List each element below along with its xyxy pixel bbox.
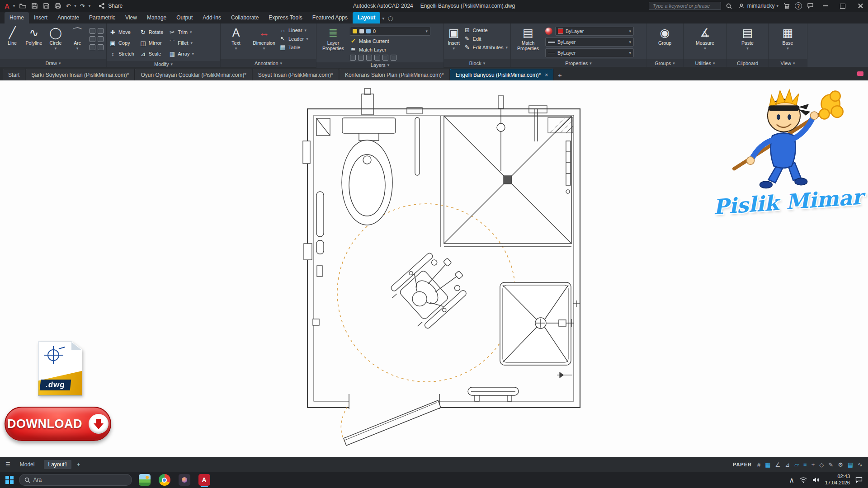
open-folder-icon[interactable] [19, 2, 27, 9]
ribbon-display-toggle-icon[interactable]: ◯ [386, 14, 395, 23]
undo-icon[interactable]: ↶ [66, 3, 71, 9]
paper-space-label[interactable]: PAPER [733, 462, 752, 467]
sink[interactable] [500, 282, 574, 365]
lineweight-display-icon[interactable]: + [811, 461, 815, 468]
new-layout-button[interactable]: + [77, 461, 80, 468]
search-icon[interactable] [725, 2, 733, 9]
workspace-settings-icon[interactable]: ⚙ [838, 461, 843, 468]
line-button[interactable]: ╱ Line [3, 25, 22, 46]
hatch-tool-icon[interactable] [90, 36, 95, 42]
account-menu[interactable]: mimarlucky ▾ [737, 2, 778, 9]
chrome-icon[interactable] [157, 473, 172, 487]
clock[interactable]: 02:43 17.04.2026 [825, 474, 850, 486]
transparency-icon[interactable]: ◇ [819, 461, 824, 468]
insert-block-button[interactable]: ▣ Insert ▾ [447, 25, 461, 51]
tab-drawing-active[interactable]: Engelli Banyosu (PislikMimar.com)* × [450, 69, 554, 80]
tab-drawing-3[interactable]: Soyut Insan (PislikMimar.com)* [253, 69, 339, 80]
edit-attributes-button[interactable]: ✎Edit Attributes▾ [464, 44, 508, 51]
tab-layout[interactable]: Layout [353, 12, 380, 23]
volume-icon[interactable] [812, 477, 820, 483]
utilities-panel-label[interactable]: Utilities ▾ [684, 59, 726, 67]
help-icon[interactable]: ? [795, 2, 802, 9]
tab-output[interactable]: Output [171, 12, 198, 23]
app-menu-dropdown-icon[interactable]: ▾ [13, 4, 15, 8]
point-tool-icon[interactable] [90, 44, 95, 50]
model-tab[interactable]: Model [16, 460, 39, 469]
layer-isolate-icon[interactable] [350, 55, 356, 61]
download-button[interactable]: DOWNLOAD [5, 407, 111, 441]
polar-tracking-icon[interactable]: ∠ [775, 461, 780, 468]
make-current-button[interactable]: ✔Make Current [350, 38, 430, 44]
layer-walk-icon[interactable] [391, 55, 396, 61]
autocad-taskbar-icon[interactable]: A [197, 473, 212, 487]
edit-block-button[interactable]: ✎Edit [464, 35, 508, 42]
statusbar-menu-icon[interactable]: ☰ [5, 461, 10, 468]
toilet[interactable] [342, 118, 396, 225]
tab-annotate[interactable]: Annotate [52, 12, 84, 23]
array-button[interactable]: ▦Array▾ [169, 51, 194, 57]
move-button[interactable]: ✚Move [109, 29, 134, 36]
start-button[interactable] [5, 476, 14, 484]
widgets-icon[interactable] [137, 473, 152, 487]
taskbar-search-input[interactable] [33, 477, 127, 483]
redo-icon[interactable]: ↷ [80, 3, 85, 9]
close-button[interactable] [854, 0, 867, 12]
clipboard-panel-label[interactable]: Clipboard [727, 59, 768, 67]
layer-unisolate-icon[interactable] [358, 55, 364, 61]
selection-cycling-icon[interactable]: ✎ [828, 461, 833, 468]
feedback-icon[interactable] [806, 2, 814, 9]
view-panel-label[interactable]: View ▾ [769, 59, 807, 67]
layout1-tab[interactable]: Layout1 [44, 460, 71, 469]
dimension-button[interactable]: ↔ Dimension ▾ [251, 25, 277, 51]
new-drawing-button[interactable]: + [554, 70, 565, 80]
create-block-button[interactable]: ⊞Create [464, 27, 508, 33]
tab-featured-apps[interactable]: Featured Apps [307, 12, 353, 23]
undo-dropdown-icon[interactable]: ▾ [74, 4, 76, 8]
tab-addins[interactable]: Add-ins [198, 12, 226, 23]
scale-button[interactable]: ⊿Scale [140, 51, 163, 57]
save-as-icon[interactable] [42, 2, 50, 9]
save-icon[interactable] [30, 2, 38, 9]
tray-chevron-icon[interactable]: ∧ [789, 476, 794, 484]
stretch-button[interactable]: ↕Stretch [109, 51, 134, 57]
tab-view[interactable]: View [120, 12, 142, 23]
region-tool-icon[interactable] [98, 44, 104, 50]
tab-overflow-icon[interactable] [857, 71, 863, 76]
object-snap-tracking-icon[interactable]: ▱ [794, 461, 799, 468]
polyline-button[interactable]: ∿ Polyline [24, 25, 43, 46]
modify-panel-label[interactable]: Modify ▾ [107, 61, 220, 67]
draw-panel-label[interactable]: Draw ▾ [0, 59, 106, 67]
circle-button[interactable]: ◯ Circle ▾ [46, 25, 65, 51]
rotate-button[interactable]: ↻Rotate [140, 29, 163, 36]
leader-button[interactable]: ↖Leader▾ [279, 35, 308, 42]
layer-properties-button[interactable]: ≣ Layer Properties [319, 25, 347, 51]
isolate-objects-icon[interactable]: ∿ [858, 461, 863, 468]
table-button[interactable]: ▦Table [279, 44, 308, 51]
copy-button[interactable]: ▣Copy [109, 40, 134, 47]
text-button[interactable]: A Text ▾ [223, 25, 249, 51]
keyword-search-input[interactable] [649, 2, 721, 10]
tab-drawing-4[interactable]: Konferans Salon Plan (PislikMimar.com)* [340, 69, 450, 80]
ribbon-options-dropdown-icon[interactable]: ▾ [380, 14, 386, 23]
minimize-button[interactable] [818, 0, 832, 12]
layer-freeze-tool-icon[interactable] [374, 55, 380, 61]
tab-home[interactable]: Home [5, 12, 29, 23]
tab-start[interactable]: Start [3, 69, 25, 80]
tab-manage[interactable]: Manage [142, 12, 171, 23]
bench[interactable] [468, 387, 519, 401]
shower[interactable] [441, 109, 573, 247]
maximize-button[interactable] [836, 0, 849, 12]
arc-button[interactable]: ⌒ Arc ▾ [68, 25, 87, 51]
app-store-cart-icon[interactable] [783, 2, 791, 9]
app-icon-dark[interactable] [177, 473, 192, 487]
print-icon[interactable] [54, 2, 62, 9]
linetype-select[interactable]: ByLayer ▾ [545, 48, 634, 57]
paste-button[interactable]: ▤ Paste ▾ [735, 25, 760, 51]
notifications-icon[interactable] [855, 477, 863, 483]
wifi-icon[interactable] [800, 477, 807, 483]
tab-express-tools[interactable]: Express Tools [264, 12, 307, 23]
vent-pipes[interactable] [362, 89, 547, 115]
layer-tools-row[interactable] [350, 55, 430, 61]
groups-panel-label[interactable]: Groups ▾ [646, 59, 683, 67]
share-button[interactable]: Share [98, 2, 123, 9]
